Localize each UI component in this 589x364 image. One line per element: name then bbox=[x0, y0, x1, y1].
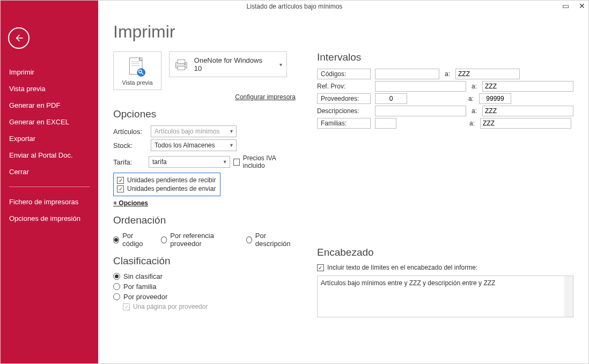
svg-rect-9 bbox=[178, 66, 185, 70]
codigos-label: Códigos: bbox=[317, 69, 371, 79]
orden-codigo-radio[interactable] bbox=[113, 236, 119, 243]
descripciones-to-input[interactable] bbox=[482, 106, 573, 116]
content-area: Imprimir Vista previa OneNote for Window… bbox=[98, 1, 588, 363]
sidebar-item-enviar-portal[interactable]: Enviar al Portal Doc. bbox=[1, 147, 98, 164]
configure-printer-link[interactable]: Configurar impresora bbox=[235, 93, 296, 101]
clasificacion-heading: Clasificación bbox=[113, 255, 296, 267]
clasif-sin-radio[interactable] bbox=[113, 273, 120, 280]
pendientes-recibir-checkbox[interactable]: ✓ bbox=[117, 177, 124, 184]
highlighted-options: ✓ Unidades pendientes de recibir ✓ Unida… bbox=[113, 173, 220, 196]
precios-iva-label: Precios IVA incluido bbox=[243, 154, 296, 169]
document-preview-icon bbox=[127, 57, 148, 78]
encabezado-heading: Encabezado bbox=[317, 247, 573, 258]
sidebar-item-generar-excel[interactable]: Generar en EXCEL bbox=[1, 114, 98, 130]
scrollbar[interactable] bbox=[564, 276, 573, 317]
incluir-encabezado-checkbox[interactable]: ✓ bbox=[317, 264, 324, 271]
proveedores-from-input[interactable] bbox=[375, 93, 407, 104]
incluir-encabezado-label: Incluir texto de límites en el encabezad… bbox=[327, 264, 477, 271]
chevron-down-icon: ▾ bbox=[279, 62, 282, 68]
arrow-left-icon bbox=[14, 33, 24, 43]
ordenacion-heading: Ordenación bbox=[113, 214, 296, 226]
pendientes-enviar-checkbox[interactable]: ✓ bbox=[117, 185, 124, 192]
printer-icon bbox=[174, 58, 189, 71]
sidebar-item-opciones-impresion[interactable]: Opciones de impresión bbox=[1, 210, 98, 227]
tarifa-combo[interactable]: tarifa▼ bbox=[149, 156, 230, 168]
pendientes-recibir-label: Unidades pendientes de recibir bbox=[127, 176, 216, 184]
clasif-familia-radio[interactable] bbox=[113, 283, 120, 290]
sidebar: Imprimir Vista previa Generar en PDF Gen… bbox=[1, 1, 98, 363]
precios-iva-checkbox[interactable]: ✓ bbox=[233, 159, 240, 166]
proveedores-to-input[interactable] bbox=[479, 93, 511, 104]
codigos-from-input[interactable] bbox=[375, 69, 439, 79]
sidebar-item-cerrar[interactable]: Cerrar bbox=[1, 164, 98, 180]
descripciones-label: Descripciones: bbox=[317, 106, 371, 116]
mas-opciones-link[interactable]: + Opciones bbox=[113, 199, 148, 207]
chevron-down-icon: ▼ bbox=[223, 159, 227, 165]
sidebar-item-fichero-impresoras[interactable]: Fichero de impresoras bbox=[1, 194, 98, 210]
preview-label: Vista previa bbox=[122, 79, 152, 86]
sidebar-item-exportar[interactable]: Exportar bbox=[1, 130, 98, 147]
refprov-label: Ref. Prov: bbox=[317, 81, 371, 91]
chevron-down-icon: ▼ bbox=[229, 143, 234, 148]
familias-to-input[interactable] bbox=[480, 118, 571, 129]
codigos-to-input[interactable] bbox=[455, 69, 520, 79]
printer-selector[interactable]: OneNote for Windows 10 ▾ bbox=[169, 51, 287, 77]
svg-rect-8 bbox=[178, 60, 185, 63]
encabezado-textarea[interactable]: Artículos bajo mínimos entre y ZZZ y des… bbox=[317, 276, 573, 317]
page-title: Imprimir bbox=[113, 22, 573, 42]
sidebar-item-vista-previa[interactable]: Vista previa bbox=[1, 80, 98, 97]
back-button[interactable] bbox=[8, 27, 30, 49]
familias-a-label: a: bbox=[468, 120, 476, 127]
pagina-proveedor-checkbox: ✓ bbox=[123, 303, 130, 310]
tarifa-label: Tarifa: bbox=[113, 158, 145, 166]
sidebar-item-generar-pdf[interactable]: Generar en PDF bbox=[1, 97, 98, 114]
descripciones-a-label: a: bbox=[470, 107, 478, 115]
familias-from-input[interactable] bbox=[375, 118, 396, 129]
svg-point-10 bbox=[185, 64, 186, 65]
preview-button[interactable]: Vista previa bbox=[113, 51, 161, 90]
codigos-a-label: a: bbox=[444, 70, 451, 78]
stock-label: Stock: bbox=[113, 142, 148, 150]
intervalos-heading: Intervalos bbox=[317, 51, 573, 63]
pendientes-enviar-label: Unidades pendientes de enviar bbox=[127, 185, 216, 192]
refprov-a-label: a: bbox=[470, 83, 478, 90]
familias-label: Familias: bbox=[317, 118, 371, 129]
descripciones-from-input[interactable] bbox=[375, 106, 466, 116]
stock-combo[interactable]: Todos los Almacenes▼ bbox=[151, 139, 237, 151]
pagina-proveedor-label: Una página por proveedor bbox=[133, 303, 208, 310]
chevron-down-icon: ▼ bbox=[229, 129, 234, 134]
proveedores-a-label: a: bbox=[467, 95, 475, 102]
orden-descripcion-radio[interactable] bbox=[246, 236, 252, 243]
opciones-heading: Opciones bbox=[113, 108, 296, 120]
sidebar-divider bbox=[9, 187, 90, 187]
refprov-to-input[interactable] bbox=[482, 81, 573, 92]
refprov-from-input[interactable] bbox=[375, 81, 466, 92]
articulos-label: Artículos: bbox=[113, 128, 148, 136]
articulos-combo[interactable]: Artículos bajo mínimos▼ bbox=[151, 125, 237, 137]
clasif-proveedor-radio[interactable] bbox=[113, 293, 120, 300]
proveedores-label: Proveedores: bbox=[317, 93, 371, 104]
sidebar-item-imprimir[interactable]: Imprimir bbox=[1, 64, 98, 80]
printer-name: OneNote for Windows 10 bbox=[194, 56, 271, 72]
orden-referencia-radio[interactable] bbox=[161, 236, 167, 243]
